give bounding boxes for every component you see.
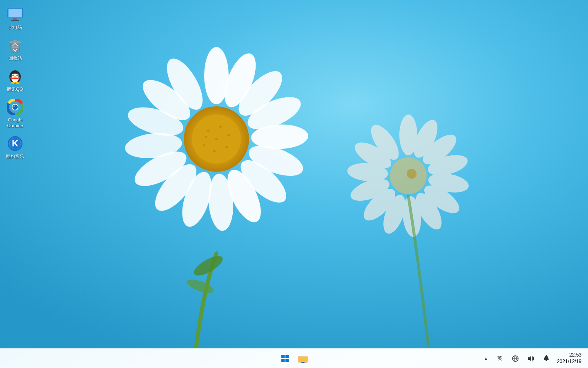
svg-point-26	[215, 138, 218, 140]
network-icon	[512, 355, 519, 362]
desktop-wallpaper	[0, 0, 588, 368]
file-explorer-button[interactable]	[295, 350, 311, 367]
qq-icon	[7, 68, 23, 85]
svg-text:K: K	[12, 138, 18, 148]
svg-rect-50	[13, 40, 17, 42]
svg-point-65	[13, 105, 15, 107]
svg-point-19	[207, 130, 209, 132]
svg-rect-48	[11, 20, 19, 21]
show-hidden-icons-button[interactable]: ▲	[481, 352, 491, 365]
svg-point-42	[407, 169, 416, 179]
taskbar-center	[277, 350, 311, 367]
folder-icon	[298, 354, 308, 363]
clock-datetime[interactable]: 22:53 2021/12/19	[555, 351, 583, 366]
svg-point-76	[546, 355, 547, 356]
language-indicator[interactable]: 英	[493, 350, 506, 367]
svg-point-20	[219, 126, 222, 128]
desktop-icon-kugou-music[interactable]: K 酷狗音乐	[0, 133, 30, 162]
my-computer-label: 此电脑	[9, 25, 22, 30]
svg-point-25	[205, 136, 207, 138]
clock-time: 22:53	[569, 352, 581, 359]
desktop: 此电脑 回收站	[0, 0, 588, 368]
svg-point-64	[13, 104, 18, 110]
taskbar-right: ▲ 英	[481, 350, 588, 367]
desktop-icons-container: 此电脑 回收站	[0, 0, 30, 166]
monitor-icon	[7, 7, 23, 23]
clock-date: 2021/12/19	[557, 359, 581, 365]
windows-logo-icon	[281, 355, 289, 362]
recycle-bin-label: 回收站	[9, 55, 22, 61]
notification-button[interactable]	[540, 350, 553, 367]
svg-point-24	[203, 144, 205, 146]
sound-button[interactable]	[524, 350, 537, 367]
svg-point-23	[213, 150, 216, 153]
desktop-icon-recycle-bin[interactable]: 回收站	[0, 35, 30, 63]
recycle-bin-icon	[7, 37, 23, 54]
svg-rect-46	[9, 9, 22, 17]
chevron-up-icon: ▲	[484, 356, 488, 361]
network-button[interactable]	[509, 350, 522, 367]
notification-icon	[543, 355, 550, 362]
svg-rect-71	[301, 362, 305, 363]
taskbar: ▲ 英	[0, 348, 588, 368]
sound-icon	[527, 355, 535, 362]
desktop-icon-my-computer[interactable]: 此电脑	[0, 4, 30, 33]
svg-point-22	[225, 146, 228, 148]
svg-point-21	[227, 134, 230, 136]
svg-point-58	[17, 75, 18, 76]
desktop-icon-qq[interactable]: 腾讯QQ	[0, 66, 30, 94]
language-label: 英	[496, 354, 504, 363]
desktop-icon-google-chrome[interactable]: Google Chrome	[0, 96, 30, 131]
svg-rect-47	[13, 18, 17, 20]
kugou-icon: K	[7, 135, 23, 152]
kugou-label: 酷狗音乐	[6, 153, 24, 159]
qq-label: 腾讯QQ	[7, 86, 23, 92]
chrome-label: Google Chrome	[2, 117, 28, 129]
chrome-icon	[7, 99, 23, 115]
svg-rect-70	[298, 357, 307, 362]
svg-point-57	[13, 75, 14, 76]
svg-rect-75	[546, 360, 547, 361]
start-button[interactable]	[277, 350, 293, 367]
svg-marker-74	[528, 356, 531, 361]
